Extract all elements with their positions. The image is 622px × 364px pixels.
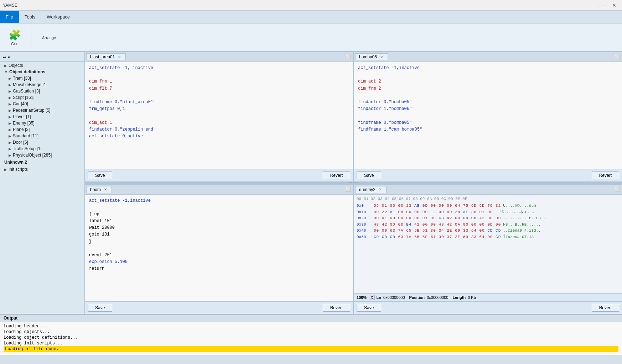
sidebar-item-objects-label: Objects	[9, 63, 23, 68]
code-line: return	[89, 265, 349, 272]
code-line: goto 101	[89, 231, 349, 238]
sidebar-item-standard[interactable]: ▶ Standard [11]	[0, 133, 84, 139]
code-line: { up	[89, 211, 349, 218]
sidebar-back-icon[interactable]: ↩	[3, 55, 6, 60]
footer-spacer2	[384, 172, 589, 179]
blast-area01-tab-bar: blast_area01 ✕ ⬜	[85, 52, 353, 62]
sidebar-item-gasstation[interactable]: ▶ GasStation [3]	[0, 88, 84, 94]
bomba05-content[interactable]: act_setstate -1,inactive dim_act 2 dim_f…	[354, 62, 622, 169]
boom-minimize-btn[interactable]: ⬜	[344, 186, 352, 193]
bomba05-save-button[interactable]: Save	[357, 172, 381, 179]
blast-area01-tab[interactable]: blast_area01 ✕	[86, 53, 126, 60]
dummy2-save-button[interactable]: Save	[357, 304, 381, 312]
bomba05-close[interactable]: ✕	[379, 55, 384, 59]
hex-addr: 0x50	[357, 234, 372, 241]
menu-tools[interactable]: Tools	[19, 11, 41, 23]
hex-row-4: 0x40 00 00 63 7A 65 6E 61 30 34 2E 69 33…	[357, 228, 619, 234]
bomba05-minimize-btn[interactable]: ⬜	[613, 53, 621, 60]
sidebar-unknown-label: Unknown 2	[0, 158, 84, 166]
car-label: Car [40]	[13, 101, 28, 106]
maximize-button[interactable]: □	[598, 1, 608, 9]
hex-addr: 0x30	[357, 222, 372, 228]
hex-pos-value: 0x00000000	[427, 295, 449, 300]
dummy2-tab[interactable]: dummy2 ✕	[355, 186, 387, 193]
hex-addr: 0x10	[357, 209, 372, 216]
sidebar-item-trafficsetup[interactable]: ▶ TrafficSetup [1]	[0, 146, 84, 152]
sidebar-item-objects[interactable]: ▶ Objects	[0, 62, 84, 69]
titlebar: YAMSE — □ ✕	[0, 0, 622, 11]
sidebar-item-door[interactable]: ▶ Door [5]	[0, 139, 84, 146]
blast-area01-save-button[interactable]: Save	[88, 172, 112, 179]
code-line: dim_flt 7	[89, 85, 349, 92]
arrange-label: Arrange	[42, 36, 56, 40]
boom-revert-button[interactable]: Revert	[323, 304, 350, 312]
hex-x-btn[interactable]: X	[369, 295, 375, 300]
blast-area01-minimize-btn[interactable]: ⬜	[344, 53, 352, 60]
movbridge-arrow: ▶	[9, 83, 11, 87]
sidebar-item-pedestriansetup[interactable]: ▶ PedestrianSetup [5]	[0, 107, 84, 114]
player-label: Player [1]	[13, 114, 31, 119]
close-button[interactable]: ✕	[609, 1, 619, 9]
dummy2-revert-button[interactable]: Revert	[592, 304, 619, 312]
sidebar-item-car[interactable]: ▶ Car [40]	[0, 101, 84, 107]
hex-addr: 0x40	[357, 228, 372, 234]
plane-arrow: ▶	[9, 128, 11, 132]
pedsetup-label: PedestrianSetup [5]	[13, 108, 50, 113]
sidebar-item-init-scripts[interactable]: ▶ Init scripts	[0, 166, 84, 173]
hex-row-0: 0x0 55 01 00 00 23 AE 0D 00 00 00 64 75 …	[357, 203, 619, 209]
blast-area01-content[interactable]: act_setstate -1, inactive dim_frm 1 dim_…	[85, 62, 353, 169]
sidebar-item-movable-bridge[interactable]: ▶ MovableBridge [1]	[0, 81, 84, 88]
dummy2-tab-label: dummy2	[359, 187, 375, 192]
code-line: event 201	[89, 252, 349, 259]
menu-workspace[interactable]: Workspace	[41, 11, 76, 23]
hex-ln-label: Ln	[376, 295, 381, 300]
initscripts-arrow: ▶	[4, 168, 7, 172]
sidebar-item-physicalobject[interactable]: ▶ PhysicalObject [285]	[0, 152, 84, 158]
menu-file[interactable]: File	[0, 11, 19, 23]
output-line-1: Loading header...	[4, 323, 618, 329]
boom-tab[interactable]: boom ✕	[86, 186, 112, 193]
hex-zoom: 100%	[357, 295, 367, 300]
sidebar-item-plane[interactable]: ▶ Plane [2]	[0, 126, 84, 133]
output-line-3: Loading object definitions...	[4, 335, 618, 341]
grid-button[interactable]: 🧩 Grid	[6, 28, 24, 47]
bomba05-tab[interactable]: bomba05 ✕	[355, 53, 388, 60]
bomba05-revert-button[interactable]: Revert	[592, 172, 619, 179]
boom-save-button[interactable]: Save	[88, 304, 112, 312]
hex-addr: 0x0	[357, 203, 372, 209]
editors-area: blast_area01 ✕ ⬜ act_setstate -1, inacti…	[85, 52, 622, 314]
code-line: findactor 1,"bomba06"	[358, 106, 618, 112]
output-line-5: Loading of file done.	[4, 346, 618, 352]
hex-ascii: ..........ÈB..ÈB..	[503, 215, 545, 222]
dummy2-minimize-btn[interactable]: ⬜	[613, 186, 621, 193]
hex-row-3: 0x30 48 42 00 00 B4 42 00 00 48 42 0A 00…	[357, 222, 619, 228]
blast-area01-close[interactable]: ✕	[117, 55, 122, 59]
boom-tab-label: boom	[90, 187, 101, 192]
sidebar-item-tram[interactable]: ▶ Tram [38]	[0, 75, 84, 81]
sidebar-item-objdefs-label: Object definitions	[9, 69, 45, 74]
output-line-4: Loading init scripts...	[4, 341, 618, 346]
dummy2-close[interactable]: ✕	[378, 187, 383, 192]
sidebar-dropdown[interactable]: ▾	[8, 55, 10, 60]
sidebar-item-enemy[interactable]: ▶ Enemy [35]	[0, 120, 84, 126]
hex-bytes: 00 01 00 00 00 00 01 00 C8 42 00 00 C8 4…	[374, 215, 501, 222]
app-name: YAMSE	[3, 3, 17, 8]
door-label: Door [5]	[13, 140, 28, 145]
boom-close[interactable]: ✕	[103, 187, 108, 192]
sidebar-item-script[interactable]: ▶ Script [161]	[0, 94, 84, 101]
hex-bytes: 48 42 00 00 B4 42 00 00 48 42 0A 00 00 0…	[374, 222, 501, 228]
dummy2-hex-content[interactable]: 00 01 02 03 04 05 06 07 08 09 0A 0B 0C 0…	[354, 195, 622, 294]
grid-icon: 🧩	[9, 29, 21, 41]
code-line	[89, 92, 349, 99]
hex-row-2: 0x20 00 01 00 00 00 00 01 00 C8 42 00 00…	[357, 215, 619, 222]
code-line: act_setstate 0,active	[89, 133, 349, 140]
boom-content[interactable]: act_setstate -1,inactive { up label 101 …	[85, 195, 353, 302]
sidebar-item-player[interactable]: ▶ Player [1]	[0, 114, 84, 120]
hex-bytes: 55 01 00 00 23 AE 0D 00 00 00 64 75 6D 6…	[374, 203, 501, 209]
blast-area01-revert-button[interactable]: Revert	[323, 172, 350, 179]
hex-addr: 0x20	[357, 215, 372, 222]
sidebar-item-object-definitions[interactable]: ▼ Object definitions	[0, 69, 84, 75]
minimize-button[interactable]: —	[588, 1, 598, 9]
blast-area01-tab-label: blast_area01	[90, 54, 115, 59]
enemy-label: Enemy [35]	[13, 121, 35, 126]
